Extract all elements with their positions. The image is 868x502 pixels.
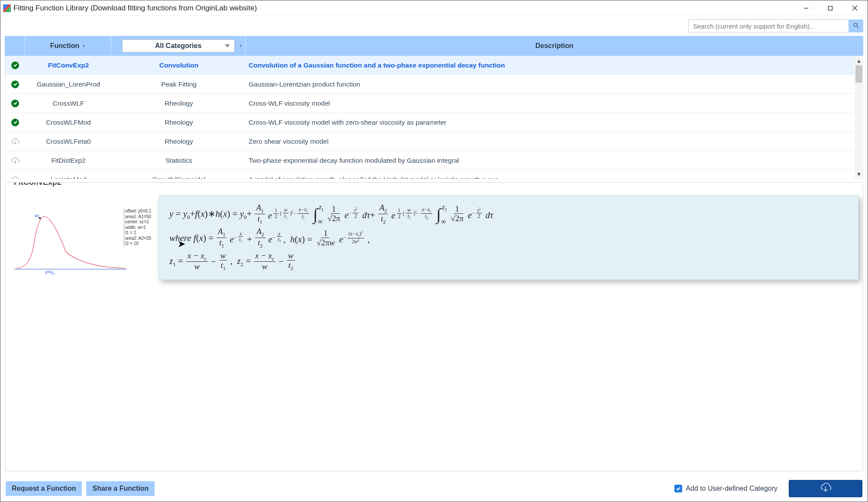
table-row[interactable]: CrossWLFeta0RheologyZero shear viscosity… [5,132,863,151]
cell-function: LogisticMod [25,176,112,179]
scrollbar[interactable]: ▲ ▼ [855,56,863,179]
cell-description: A model of population growth, also calle… [246,176,863,179]
table-row[interactable]: CrossWLFRheologyCross-WLF viscosity mode… [5,94,863,113]
col-status[interactable] [5,36,25,56]
cell-description: Convolution of a Gaussian function and a… [246,61,863,69]
chevron-down-icon [225,45,230,48]
preview-graph: xc y=y0 offset: y0=0.1area1: A1=50center… [10,196,157,282]
table-body[interactable]: FitConvExp2ConvolutionConvolution of a G… [5,56,863,179]
cell-description: Two-phase exponential decay function mod… [246,157,863,164]
installed-icon [11,119,19,126]
formula-panel: y = y0+f(x)∗h(x) = y0+ A1t1 e12(wt1)2−x−… [159,196,858,280]
cloud-download-icon [11,175,19,179]
titlebar: Fitting Function Library (Download fitti… [0,0,868,16]
cloud-download-icon [11,137,19,146]
cell-description: Gaussian-Lorentzian product function [246,80,863,88]
scroll-up-icon[interactable]: ▲ [855,56,863,65]
cell-function: CrossWLFMod [25,119,112,126]
request-function-button[interactable]: Request a Function [6,481,82,496]
graph-xc-label: xc [35,213,39,218]
table-row[interactable]: LogisticModGrowth/SigmoidalA model of po… [5,170,863,179]
cell-category: Convolution [112,61,246,69]
cloud-download-icon [11,156,19,165]
app-window: Fitting Function Library (Download fitti… [0,0,868,502]
search-button[interactable] [849,19,863,32]
table-row[interactable]: Gaussian_LorenProdPeak FittingGaussian-L… [5,75,863,94]
minimize-button[interactable] [794,1,818,16]
cell-description: Cross-WLF viscosity model [246,100,863,107]
search-icon [853,22,859,30]
close-button[interactable] [842,1,867,16]
col-function[interactable]: Function ▲▼ [25,36,111,56]
download-button[interactable] [789,480,862,497]
preview-panel: FitConvExp2 xc y=y0 offset: y0=0.1area1:… [5,182,863,471]
cell-category: Growth/Sigmoidal [112,176,246,179]
scroll-thumb[interactable] [855,65,862,83]
installed-icon [11,61,19,69]
cell-function: CrossWLF [25,100,112,107]
cell-function: FitDistExp2 [25,157,112,164]
cell-category: Rheology [112,100,246,107]
add-category-label: Add to User-defined Category [686,485,777,492]
cell-category: Peak Fitting [112,80,246,88]
cell-function: CrossWLFeta0 [25,138,112,145]
cell-category: Rheology [112,119,246,126]
app-icon [3,4,11,12]
installed-icon [11,80,19,88]
cell-category: Rheology [112,138,246,145]
table-row[interactable]: CrossWLFModRheologyCross-WLF viscosity m… [5,113,863,132]
cell-description: Cross-WLF viscosity model with zero-shea… [246,119,863,126]
window-title: Fitting Function Library (Download fitti… [13,4,257,13]
graph-y0-label: y=y0 [45,269,54,275]
cell-function: FitConvExp2 [25,61,112,69]
cell-category: Statistics [112,157,246,164]
parameter-box: offset: y0=0.1area1: A1=50center: xc=2wi… [124,209,157,247]
table-header: Function ▲▼ All Categories ▲▼ Descriptio… [5,36,863,56]
scroll-down-icon[interactable]: ▼ [855,169,863,179]
search-input[interactable] [688,19,849,32]
category-dropdown[interactable]: All Categories [122,39,235,52]
maximize-button[interactable] [818,1,842,16]
footer: Request a Function Share a Function Add … [0,476,868,502]
add-category-checkbox[interactable] [674,485,682,492]
table-row[interactable]: FitConvExp2ConvolutionConvolution of a G… [5,56,863,75]
installed-icon [11,100,19,107]
svg-rect-1 [829,6,832,10]
share-function-button[interactable]: Share a Function [86,481,155,496]
col-category[interactable]: All Categories ▲▼ [111,36,246,56]
svg-point-4 [854,23,857,26]
preview-title: FitConvExp2 [11,182,64,187]
cell-function: Gaussian_LorenProd [25,80,112,88]
function-table: Function ▲▼ All Categories ▲▼ Descriptio… [5,36,863,179]
cloud-download-icon [819,482,832,495]
cell-description: Zero shear viscosity model [246,138,863,145]
svg-line-5 [857,26,858,28]
col-description: Description [246,36,863,56]
table-row[interactable]: FitDistExp2StatisticsTwo-phase exponenti… [5,151,863,170]
